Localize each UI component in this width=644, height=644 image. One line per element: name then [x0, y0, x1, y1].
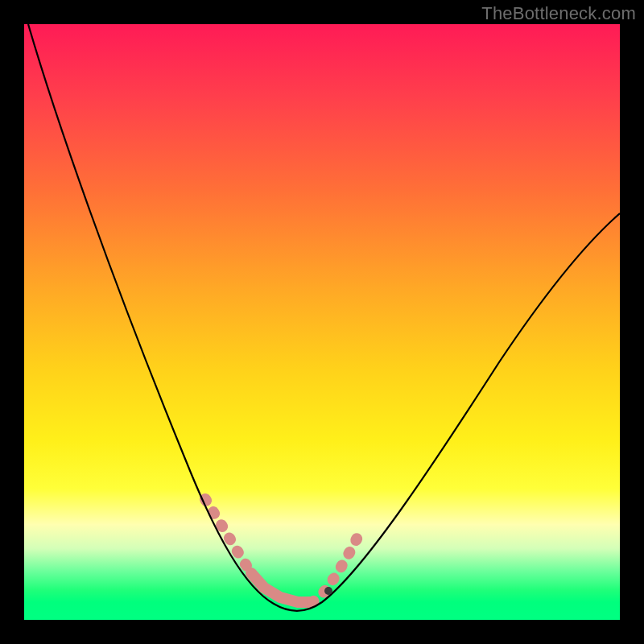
chart-stage: TheBottleneck.com [0, 0, 644, 644]
plot-background-gradient [24, 24, 620, 620]
watermark-text: TheBottleneck.com [481, 3, 636, 24]
